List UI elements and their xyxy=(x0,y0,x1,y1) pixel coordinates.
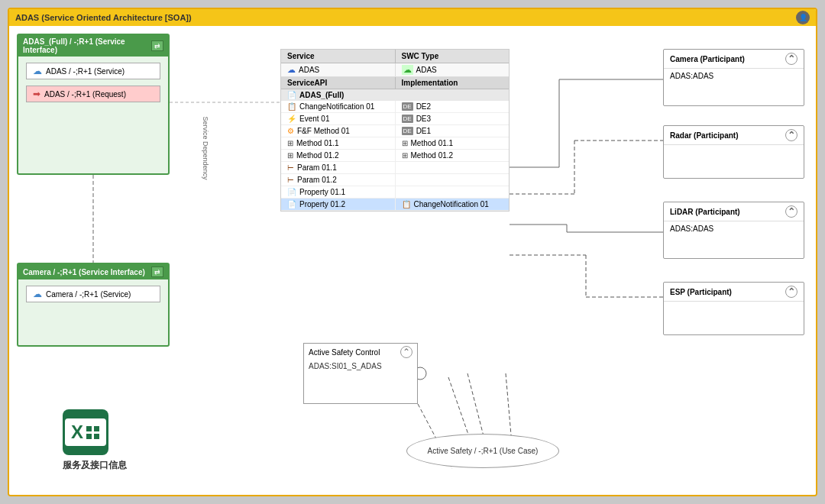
esp-participant-content xyxy=(664,302,804,325)
active-safety-header: Active Safety Control ⌃ xyxy=(304,344,417,360)
cloud-camera-icon: ☁ xyxy=(33,289,42,299)
table-header: Service SWC Type xyxy=(281,50,509,63)
adas-request-box[interactable]: ➡ ADAS / -;R+1 (Request) xyxy=(26,86,160,102)
esp-expand-icon[interactable]: ⌃ xyxy=(785,286,798,298)
api-impl-cell-6 xyxy=(396,174,510,186)
adas-interface-toggle[interactable]: ⇄ xyxy=(151,40,163,51)
radar-participant-title: Radar (Participant) xyxy=(670,131,738,140)
method1-impl-icon: ⊞ xyxy=(402,139,408,147)
api-row-0[interactable]: 📋 ChangeNotification 01 DE DE2 xyxy=(281,101,509,113)
method1-icon: ⊞ xyxy=(287,139,293,147)
active-safety-expand-icon[interactable]: ⌃ xyxy=(400,346,412,358)
api-impl-cell-2: DE DE1 xyxy=(396,125,510,137)
col1-header: Service xyxy=(281,50,396,63)
camera-participant-header: Camera (Participant) ⌃ xyxy=(664,50,804,69)
api-name-cell-1: ⚡ Event 01 xyxy=(281,113,396,124)
service-table: Service SWC Type ☁ ADAS ☁ ADAS ServiceAP… xyxy=(280,49,510,212)
camera-participant-text: ADAS:ADAS xyxy=(670,72,713,80)
esp-participant-header: ESP (Participant) ⌃ xyxy=(664,283,804,302)
event-icon: ⚡ xyxy=(287,115,296,123)
adas-service-box[interactable]: ☁ ADAS / -;R+1 (Service) xyxy=(26,63,160,79)
api-col1-header: ServiceAPI xyxy=(281,77,396,89)
api-name-cell-8: 📄 Property 01.2 xyxy=(281,199,396,210)
camera-interface-header: Camera / -;R+1 (Service Interface) ⇄ xyxy=(18,264,168,279)
active-safety-box: Active Safety Control ⌃ ADAS:SI01_S_ADAS xyxy=(303,343,418,404)
de3-icon: DE xyxy=(402,115,413,123)
person-icon: 👤 xyxy=(796,11,810,24)
radar-participant: Radar (Participant) ⌃ xyxy=(663,125,804,179)
window-title: ADAS (Service Oriented Architecture [SOA… xyxy=(15,13,192,22)
radar-expand-icon[interactable]: ⌃ xyxy=(785,129,798,141)
camera-service-interface: Camera / -;R+1 (Service Interface) ⇄ ☁ C… xyxy=(17,263,170,347)
camera-service-box[interactable]: ☁ Camera / -;R+1 (Service) xyxy=(26,286,160,302)
service-type-cell: ☁ ADAS xyxy=(396,63,510,76)
arrow-red-icon: ➡ xyxy=(33,89,40,99)
camera-expand-icon[interactable]: ⌃ xyxy=(785,53,798,65)
adas-interface-title: ADAS_(Full) / -;R+1 (Service Interface) xyxy=(23,37,151,54)
content-area: ADAS_(Full) / -;R+1 (Service Interface) … xyxy=(9,26,816,495)
camera-participant-title: Camera (Participant) xyxy=(670,55,745,63)
adas-service-label: ADAS / -;R+1 (Service) xyxy=(46,67,125,76)
param1-icon: ⊢ xyxy=(287,163,294,172)
de2-icon: DE xyxy=(402,102,413,111)
adas-request-label: ADAS / -;R+1 (Request) xyxy=(44,90,126,99)
api-section-header: ServiceAPI Implementation xyxy=(281,77,509,89)
api-impl-cell-7 xyxy=(396,186,510,198)
api-row-2[interactable]: ⚙ F&F Method 01 DE DE1 xyxy=(281,125,509,137)
api-impl-cell-4: ⊞ Method 01.2 xyxy=(396,150,510,161)
api-name-cell-6: ⊢ Param 01.2 xyxy=(281,174,396,186)
api-name-cell-2: ⚙ F&F Method 01 xyxy=(281,125,396,137)
api-impl-cell-8: 📋 ChangeNotification 01 xyxy=(396,199,510,210)
lidar-expand-icon[interactable]: ⌃ xyxy=(785,205,798,218)
lidar-participant-content: ADAS:ADAS xyxy=(664,221,804,244)
excel-label: 服务及接口信息 xyxy=(63,459,127,472)
api-impl-cell-0: DE DE2 xyxy=(396,101,510,112)
camera-interface-title: Camera / -;R+1 (Service Interface) xyxy=(23,268,145,276)
ff-icon: ⚙ xyxy=(287,127,294,135)
camera-participant-content: ADAS:ADAS xyxy=(664,69,804,92)
api-row-6[interactable]: ⊢ Param 01.2 xyxy=(281,174,509,186)
lidar-participant-header: LiDAR (Participant) ⌃ xyxy=(664,202,804,221)
main-window: ADAS (Service Oriented Architecture [SOA… xyxy=(8,8,817,496)
api-row-3[interactable]: ⊞ Method 01.1 ⊞ Method 01.1 xyxy=(281,137,509,150)
api-impl-cell-1: DE DE3 xyxy=(396,113,510,124)
active-safety-title: Active Safety Control xyxy=(309,348,380,357)
camera-service-label: Camera / -;R+1 (Service) xyxy=(46,290,131,299)
method2-icon: ⊞ xyxy=(287,151,293,160)
api-icon: 📄 xyxy=(287,91,296,99)
api-row-7[interactable]: 📄 Property 01.1 xyxy=(281,186,509,199)
method2-impl-icon: ⊞ xyxy=(402,151,408,160)
api-name-cell-0: 📋 ChangeNotification 01 xyxy=(281,101,396,112)
api-parent-label: ADAS_(Full) xyxy=(299,91,344,99)
param2-icon: ⊢ xyxy=(287,176,294,184)
api-name-cell-4: ⊞ Method 01.2 xyxy=(281,150,396,161)
adas-interface-header: ADAS_(Full) / -;R+1 (Service Interface) … xyxy=(18,35,168,57)
lidar-participant-title: LiDAR (Participant) xyxy=(670,208,740,216)
col2-header: SWC Type xyxy=(396,50,510,63)
radar-participant-header: Radar (Participant) ⌃ xyxy=(664,126,804,145)
use-case-ellipse: Active Safety / -;R+1 (Use Case) xyxy=(406,434,559,468)
camera-interface-toggle[interactable]: ⇄ xyxy=(151,267,163,277)
property2-icon: 📄 xyxy=(287,200,296,208)
camera-participant: Camera (Participant) ⌃ ADAS:ADAS xyxy=(663,49,804,106)
api-impl-cell-5 xyxy=(396,162,510,173)
api-parent-row[interactable]: 📄 ADAS_(Full) xyxy=(281,89,509,101)
api-row-5[interactable]: ⊢ Param 01.1 xyxy=(281,162,509,174)
excel-icon-area[interactable]: X 服务及接口信息 xyxy=(63,409,127,472)
api-row-4[interactable]: ⊞ Method 01.2 ⊞ Method 01.2 xyxy=(281,150,509,162)
change-icon: 📋 xyxy=(287,102,296,111)
excel-icon[interactable]: X xyxy=(63,409,108,455)
title-bar: ADAS (Service Oriented Architecture [SOA… xyxy=(9,9,816,26)
lidar-participant-text: ADAS:ADAS xyxy=(670,225,713,233)
cloud-service-icon: ☁ xyxy=(287,65,296,75)
active-safety-subtitle: ADAS:SI01_S_ADAS xyxy=(309,362,382,370)
cloud-blue-icon: ☁ xyxy=(33,66,42,76)
property1-icon: 📄 xyxy=(287,188,296,196)
active-safety-content: ADAS:SI01_S_ADAS xyxy=(304,360,417,372)
api-row-1[interactable]: ⚡ Event 01 DE DE3 xyxy=(281,113,509,125)
api-row-8[interactable]: 📄 Property 01.2 📋 ChangeNotification 01 xyxy=(281,199,509,211)
api-col2-header: Implementation xyxy=(396,77,510,89)
de1-icon: DE xyxy=(402,127,413,135)
adas-service-interface: ADAS_(Full) / -;R+1 (Service Interface) … xyxy=(17,34,170,175)
radar-participant-content xyxy=(664,145,804,168)
